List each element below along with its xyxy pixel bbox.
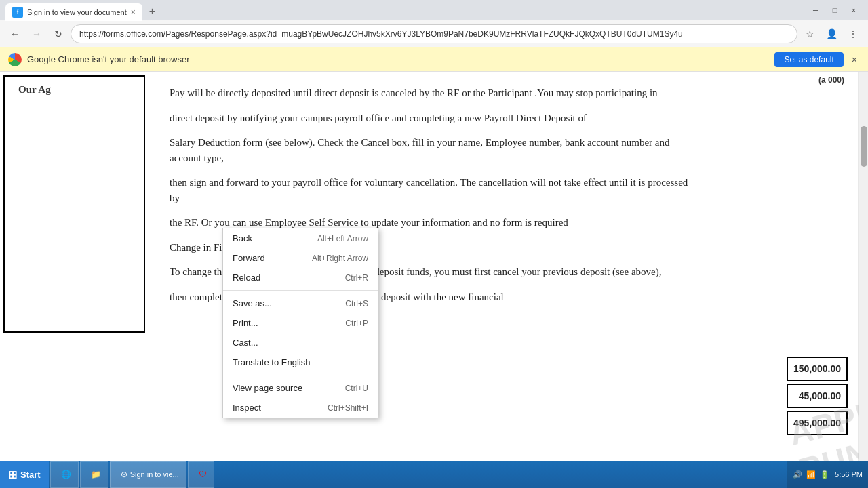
forward-label: Forward [233, 253, 265, 263]
chrome-logo-icon [8, 53, 22, 66]
left-panel: Our Ag [0, 72, 149, 461]
back-shortcut: Alt+Left Arrow [317, 234, 368, 243]
tab-title: Sign in to view your document [27, 8, 127, 16]
tab-bar: f Sign in to view your document × + [5, 0, 807, 20]
context-menu-translate[interactable]: Translate to English [223, 352, 378, 372]
bookmark-icon[interactable]: ☆ [800, 24, 819, 43]
right-panel: (a 000) 150,000.00 45,000.00 APPROVAL RU… [709, 72, 858, 461]
chrome-taskbar-icon: ⊙ [121, 470, 127, 479]
context-menu-view-source[interactable]: View page source Ctrl+U [223, 378, 378, 398]
page-area: Our Ag Pay will be directly deposited un… [0, 72, 868, 461]
reload-label: Reload [233, 272, 260, 283]
back-button[interactable]: ← [5, 24, 24, 43]
doc-paragraph-2: Salary Deduction form (see below). Check… [170, 135, 698, 165]
doc-paragraph-3: then sign and forward to your payroll of… [170, 175, 698, 205]
profile-icon[interactable]: 👤 [822, 24, 841, 43]
browser-window: f Sign in to view your document × + ─ □ … [0, 0, 868, 461]
reload-button[interactable]: ↻ [49, 24, 68, 43]
view-source-label: View page source [233, 383, 302, 393]
set-default-button[interactable]: Set as default [774, 52, 843, 67]
left-panel-box: Our Ag [3, 75, 145, 333]
context-menu-save[interactable]: Save as... Ctrl+S [223, 293, 378, 313]
ie-icon: 🌐 [61, 470, 71, 479]
save-label: Save as... [233, 298, 272, 308]
translate-label: Translate to English [233, 357, 310, 367]
right-number-3: 495,000.00 [793, 418, 841, 428]
menu-separator-2 [223, 375, 378, 375]
taskbar: ⊞ Start 🌐 📁 ⊙ Sign in to vie... 🛡 🔊 📶 🔋 … [0, 461, 868, 488]
forward-button[interactable]: → [27, 24, 46, 43]
tab-favicon: f [12, 7, 23, 18]
print-label: Print... [233, 318, 258, 328]
address-bar[interactable]: https://forms.office.com/Pages/ResponseP… [71, 24, 797, 43]
battery-icon[interactable]: 🔋 [820, 470, 829, 479]
right-number-1: 150,000.00 [793, 363, 841, 374]
maximize-button[interactable]: □ [826, 3, 844, 17]
menu-separator-1 [223, 290, 378, 291]
chrome-notification-bar: Google Chrome isn't your default browser… [0, 47, 868, 72]
chrome-taskbar-label: Sign in to vie... [130, 470, 179, 479]
vertical-scrollbar[interactable] [859, 72, 868, 461]
active-tab[interactable]: f Sign in to view your document × [5, 3, 142, 21]
new-tab-button[interactable]: + [142, 3, 162, 20]
view-source-shortcut: Ctrl+U [345, 384, 368, 393]
taskbar-item-shield[interactable]: 🛡 [188, 461, 214, 488]
reload-shortcut: Ctrl+R [345, 273, 368, 283]
back-label: Back [233, 233, 252, 243]
system-tray: 🔊 📶 🔋 5:56 PM [787, 461, 868, 488]
context-menu: Back Alt+Left Arrow Forward Alt+Right Ar… [222, 228, 378, 418]
context-menu-inspect[interactable]: Inspect Ctrl+Shift+I [223, 398, 378, 418]
tab-close-button[interactable]: × [131, 7, 136, 17]
context-menu-back[interactable]: Back Alt+Left Arrow [223, 228, 378, 248]
left-panel-title: Our Ag [12, 77, 58, 102]
minimize-button[interactable]: ─ [807, 3, 825, 17]
right-panel-box-1: 150,000.00 45,000.00 APPROVAL RUN 495,00… [787, 357, 848, 435]
system-clock: 5:56 PM [835, 470, 863, 479]
tray-icons: 🔊 📶 🔋 [793, 470, 829, 479]
print-shortcut: Ctrl+P [345, 319, 368, 328]
start-icon: ⊞ [8, 468, 17, 481]
right-number-0: (a 000) [815, 72, 848, 88]
nav-icons: ☆ 👤 ⋮ [800, 24, 863, 43]
taskbar-item-chrome[interactable]: ⊙ Sign in to vie... [110, 461, 186, 488]
taskbar-item-ie[interactable]: 🌐 [50, 461, 79, 488]
scrollbar-thumb[interactable] [861, 126, 867, 167]
start-button[interactable]: ⊞ Start [0, 461, 49, 488]
taskbar-items: 🌐 📁 ⊙ Sign in to vie... 🛡 [49, 461, 787, 488]
context-menu-cast[interactable]: Cast... [223, 333, 378, 352]
network-icon[interactable]: 📶 [806, 470, 816, 479]
start-label: Start [20, 470, 41, 480]
cast-label: Cast... [233, 338, 258, 348]
doc-paragraph-1: direct deposit by notifying your campus … [170, 110, 698, 126]
url-text: https://forms.office.com/Pages/ResponseP… [79, 29, 789, 39]
shield-icon: 🛡 [199, 470, 207, 479]
title-bar: f Sign in to view your document × + ─ □ … [0, 0, 868, 20]
context-menu-reload[interactable]: Reload Ctrl+R [223, 268, 378, 287]
context-menu-forward[interactable]: Forward Alt+Right Arrow [223, 248, 378, 268]
notification-close-button[interactable]: × [849, 52, 860, 68]
taskbar-item-folder[interactable]: 📁 [80, 461, 108, 488]
close-button[interactable]: × [845, 3, 863, 17]
right-number-2: 45,000.00 [793, 390, 841, 401]
doc-paragraph-0: Pay will be directly deposited until dir… [170, 85, 698, 101]
window-controls: ─ □ × [807, 3, 863, 17]
save-shortcut: Ctrl+S [345, 299, 368, 308]
speaker-icon[interactable]: 🔊 [793, 470, 802, 479]
inspect-label: Inspect [233, 403, 261, 413]
inspect-shortcut: Ctrl+Shift+I [328, 403, 368, 413]
forward-shortcut: Alt+Right Arrow [312, 253, 368, 263]
navigation-bar: ← → ↻ https://forms.office.com/Pages/Res… [0, 20, 868, 47]
context-menu-print[interactable]: Print... Ctrl+P [223, 313, 378, 333]
folder-icon: 📁 [91, 470, 101, 479]
notification-text: Google Chrome isn't your default browser [27, 54, 774, 64]
menu-icon[interactable]: ⋮ [844, 24, 863, 43]
